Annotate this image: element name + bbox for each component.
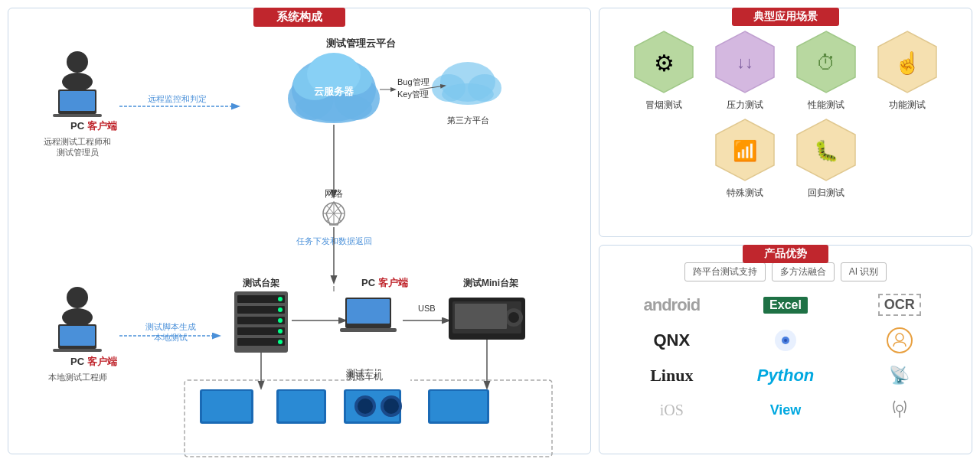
svg-point-61 — [278, 340, 283, 344]
svg-point-1 — [62, 73, 93, 91]
svg-text:PC: PC — [361, 277, 376, 288]
hex-regression-test: 🐛 回归测试 — [788, 116, 864, 200]
hex-stress-label: 压力测试 — [727, 99, 763, 112]
tag-multi-method: 多方法融合 — [772, 262, 835, 281]
svg-point-26 — [442, 83, 494, 105]
svg-point-74 — [508, 312, 519, 323]
svg-text:测试台架: 测试台架 — [243, 278, 279, 288]
svg-point-87 — [358, 399, 373, 414]
svg-rect-58 — [237, 327, 285, 335]
svg-text:USB: USB — [418, 304, 436, 313]
svg-rect-91 — [430, 391, 487, 421]
advantage-tags: 跨平台测试支持 多方法融合 AI 识别 — [607, 262, 964, 281]
tag-ai: AI 识别 — [841, 262, 887, 281]
svg-text:客户端: 客户端 — [378, 277, 408, 288]
hex-smoke-test: ⚙ 冒烟测试 — [626, 28, 702, 112]
left-panel-title: 系统构成 — [253, 8, 345, 27]
hex-special-test: 📶 特殊测试 — [707, 116, 783, 200]
svg-rect-64 — [347, 299, 390, 324]
tech-camera — [729, 324, 843, 356]
svg-point-57 — [278, 318, 283, 323]
product-content: 跨平台测试支持 多方法融合 AI 识别 android Excel OCR Q — [607, 262, 964, 427]
right-panels: 典型应用场景 ⚙ 冒烟测试 ↓↓ 压力测试 — [599, 8, 972, 454]
scenarios-section: 典型应用场景 ⚙ 冒烟测试 ↓↓ 压力测试 — [599, 8, 972, 237]
tech-linux: Linux — [615, 360, 729, 392]
tech-python: Python — [729, 360, 843, 392]
svg-point-40 — [62, 308, 93, 327]
tag-cross-platform: 跨平台测试支持 — [684, 262, 766, 281]
svg-rect-3 — [60, 91, 95, 111]
svg-rect-4 — [53, 114, 102, 117]
hex-special-label: 特殊测试 — [727, 187, 763, 200]
tech-android: android — [615, 289, 729, 321]
svg-rect-60 — [237, 338, 285, 346]
svg-rect-54 — [237, 306, 285, 314]
svg-text:云服务器: 云服务器 — [314, 86, 354, 97]
system-diagram: PC 客户端 远程测试工程师和 测试管理员 远程监控和判定 测试管理云平台 云服… — [16, 22, 583, 462]
hex-stress-test: ↓↓ 压力测试 — [707, 28, 783, 112]
left-panel: 系统构成 PC 客户端 远程测试工程师和 测试管理员 远程监控和判定 — [8, 8, 591, 454]
svg-rect-83 — [279, 391, 324, 421]
svg-text:PC: PC — [70, 356, 85, 367]
svg-rect-56 — [237, 317, 285, 324]
hex-perf-label: 性能测试 — [808, 99, 844, 112]
svg-point-106 — [897, 405, 903, 412]
svg-point-39 — [67, 287, 88, 308]
svg-rect-65 — [340, 328, 397, 332]
svg-point-104 — [784, 339, 787, 342]
svg-text:远程监控和判定: 远程监控和判定 — [148, 94, 207, 103]
svg-rect-81 — [202, 391, 251, 421]
svg-text:PC: PC — [70, 120, 85, 132]
tech-signal-icon — [842, 395, 956, 427]
svg-point-53 — [278, 297, 283, 301]
svg-text:测试管理员: 测试管理员 — [57, 148, 99, 157]
svg-text:测试脚本生成: 测试脚本生成 — [145, 322, 196, 331]
svg-point-0 — [67, 51, 88, 73]
svg-text:本地测试: 本地测试 — [154, 333, 188, 342]
svg-point-59 — [278, 329, 283, 333]
svg-rect-43 — [53, 349, 102, 352]
svg-point-89 — [384, 399, 399, 414]
svg-point-55 — [278, 307, 283, 312]
svg-rect-42 — [60, 326, 95, 346]
svg-rect-75 — [455, 304, 507, 329]
svg-text:远程测试工程师和: 远程测试工程师和 — [44, 137, 111, 146]
svg-rect-52 — [237, 295, 285, 303]
svg-text:测试车机: 测试车机 — [346, 371, 383, 382]
tech-view: View — [729, 395, 843, 427]
tech-excel: Excel — [729, 289, 843, 321]
scenarios-title: 典型应用场景 — [732, 8, 839, 26]
svg-text:网络: 网络 — [325, 188, 343, 199]
hex-smoke-label: 冒烟测试 — [645, 99, 682, 112]
tech-qnx: QNX — [615, 324, 729, 356]
hex-func-test: ☝ 功能测试 — [869, 28, 946, 112]
hex-grid: ⚙ 冒烟测试 ↓↓ 压力测试 ⏱ — [607, 28, 964, 200]
svg-text:第三方平台: 第三方平台 — [447, 116, 489, 125]
svg-text:Bug管理: Bug管理 — [397, 77, 430, 86]
hex-regression-label: 回归测试 — [808, 187, 844, 200]
tech-wifi-icon: 📡 — [842, 360, 956, 392]
tech-ios: iOS — [615, 395, 729, 427]
hex-perf-test: ⏱ 性能测试 — [788, 28, 864, 112]
svg-text:客户端: 客户端 — [87, 356, 117, 367]
advantages-title: 产品优势 — [743, 245, 828, 263]
svg-text:客户端: 客户端 — [87, 120, 117, 132]
tech-face-icon — [842, 324, 956, 356]
hex-func-label: 功能测试 — [889, 99, 926, 112]
svg-text:本地测试工程师: 本地测试工程师 — [48, 373, 107, 382]
svg-text:测试Mini台架: 测试Mini台架 — [463, 278, 518, 288]
tech-grid: android Excel OCR QNX — [607, 289, 964, 427]
svg-text:测试管理云平台: 测试管理云平台 — [326, 37, 396, 49]
advantages-section: 产品优势 跨平台测试支持 多方法融合 AI 识别 android Excel O… — [599, 245, 972, 454]
svg-point-105 — [896, 333, 903, 341]
tech-ocr: OCR — [842, 289, 956, 321]
svg-text:Key管理: Key管理 — [397, 89, 429, 99]
